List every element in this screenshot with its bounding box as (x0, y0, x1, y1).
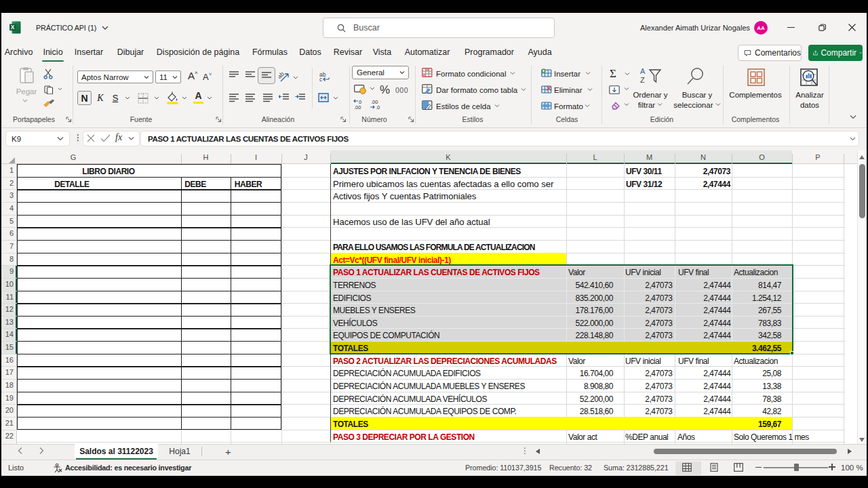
svg-text:X: X (11, 24, 15, 30)
svg-text:.00: .00 (354, 104, 361, 110)
svg-text:ab: ab (279, 71, 285, 80)
svg-text:A: A (640, 67, 646, 75)
svg-text:.0: .0 (376, 104, 380, 110)
svg-text:Z: Z (640, 76, 645, 84)
